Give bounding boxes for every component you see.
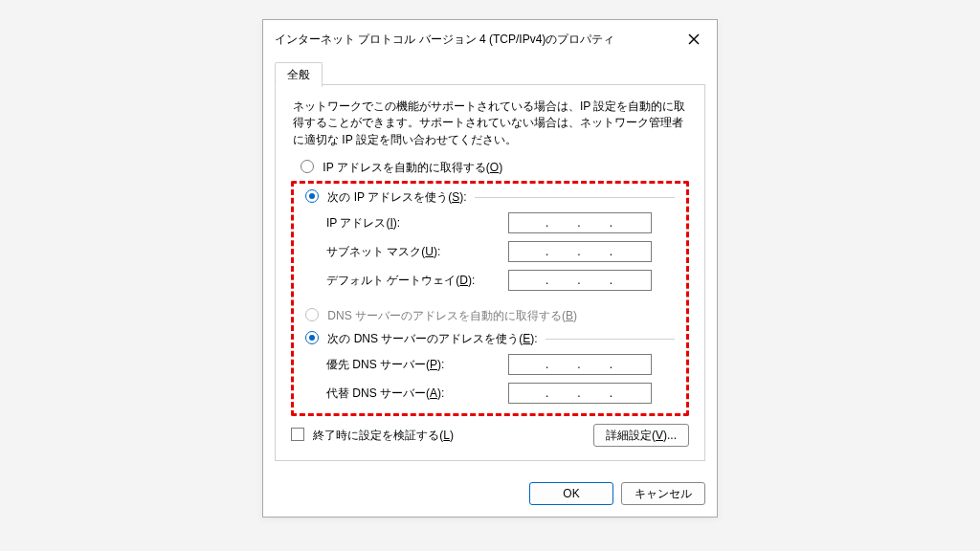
dns-auto-radio — [305, 308, 319, 321]
ip-auto-row: IP アドレスを自動的に取得する(O) — [291, 156, 689, 179]
subnet-mask-input[interactable]: ... — [508, 241, 652, 262]
default-gateway-input[interactable]: ... — [508, 270, 652, 291]
dns-manual-radio[interactable] — [305, 331, 319, 344]
tab-strip: 全般 — [275, 62, 705, 85]
dns-manual-label: 次の DNS サーバーのアドレスを使う(E): — [327, 332, 537, 345]
ip-manual-option[interactable]: 次の IP アドレスを使う(S): — [305, 189, 467, 206]
alternate-dns-row: 代替 DNS サーバー(A): ... — [305, 379, 675, 408]
dns-manual-row: 次の DNS サーバーのアドレスを使う(E): — [305, 327, 675, 350]
advanced-button[interactable]: 詳細設定(V)... — [593, 424, 689, 447]
ip-manual-radio[interactable] — [305, 189, 319, 203]
dns-auto-row: DNS サーバーのアドレスを自動的に取得する(B) — [305, 304, 675, 327]
alternate-dns-label: 代替 DNS サーバー(A): — [326, 386, 508, 402]
ip-address-row: IP アドレス(I): ... — [305, 209, 675, 237]
description-text: ネットワークでこの機能がサポートされている場合は、IP 設定を自動的に取得するこ… — [291, 97, 689, 156]
alternate-dns-input[interactable]: ... — [508, 383, 652, 404]
default-gateway-label: デフォルト ゲートウェイ(D): — [326, 273, 508, 289]
validate-on-exit-label: 終了時に設定を検証する(L) — [313, 429, 454, 442]
ip-manual-row: 次の IP アドレスを使う(S): — [305, 186, 675, 209]
titlebar: インターネット プロトコル バージョン 4 (TCP/IPv4)のプロパティ — [263, 20, 717, 56]
validate-on-exit-checkbox[interactable] — [291, 428, 304, 441]
subnet-mask-row: サブネット マスク(U): ... — [305, 237, 675, 266]
dns-manual-option[interactable]: 次の DNS サーバーのアドレスを使う(E): — [305, 331, 538, 347]
separator — [475, 197, 676, 198]
window-title: インターネット プロトコル バージョン 4 (TCP/IPv4)のプロパティ — [275, 32, 614, 48]
separator — [546, 339, 675, 340]
ipv4-properties-dialog: インターネット プロトコル バージョン 4 (TCP/IPv4)のプロパティ 全… — [262, 19, 718, 518]
dialog-button-row: OK キャンセル — [263, 473, 717, 517]
cancel-button[interactable]: キャンセル — [621, 482, 705, 505]
preferred-dns-label: 優先 DNS サーバー(P): — [326, 357, 508, 373]
panel-footer: 終了時に設定を検証する(L) 詳細設定(V)... — [291, 416, 689, 447]
validate-on-exit-option[interactable]: 終了時に設定を検証する(L) — [291, 428, 454, 444]
default-gateway-row: デフォルト ゲートウェイ(D): ... — [305, 266, 675, 295]
dns-auto-label: DNS サーバーのアドレスを自動的に取得する(B) — [327, 309, 577, 322]
ip-auto-option[interactable]: IP アドレスを自動的に取得する(O) — [301, 160, 502, 176]
ip-address-label: IP アドレス(I): — [326, 215, 508, 231]
ip-manual-label: 次の IP アドレスを使う(S): — [327, 190, 466, 204]
close-icon — [688, 33, 700, 45]
tab-panel-general: ネットワークでこの機能がサポートされている場合は、IP 設定を自動的に取得するこ… — [275, 85, 705, 461]
preferred-dns-input[interactable]: ... — [508, 354, 652, 375]
ok-button[interactable]: OK — [529, 482, 613, 505]
ip-address-input[interactable]: ... — [508, 212, 652, 233]
subnet-mask-label: サブネット マスク(U): — [326, 244, 508, 260]
ip-auto-radio[interactable] — [301, 160, 314, 173]
dns-auto-option: DNS サーバーのアドレスを自動的に取得する(B) — [305, 308, 577, 324]
ip-auto-label: IP アドレスを自動的に取得する(O) — [323, 161, 502, 174]
preferred-dns-row: 優先 DNS サーバー(P): ... — [305, 350, 675, 379]
dialog-content: 全般 ネットワークでこの機能がサポートされている場合は、IP 設定を自動的に取得… — [263, 56, 717, 473]
close-button[interactable] — [682, 28, 705, 51]
tab-general[interactable]: 全般 — [275, 62, 323, 87]
highlighted-settings-area: 次の IP アドレスを使う(S): IP アドレス(I): ... サブネット … — [291, 181, 689, 416]
